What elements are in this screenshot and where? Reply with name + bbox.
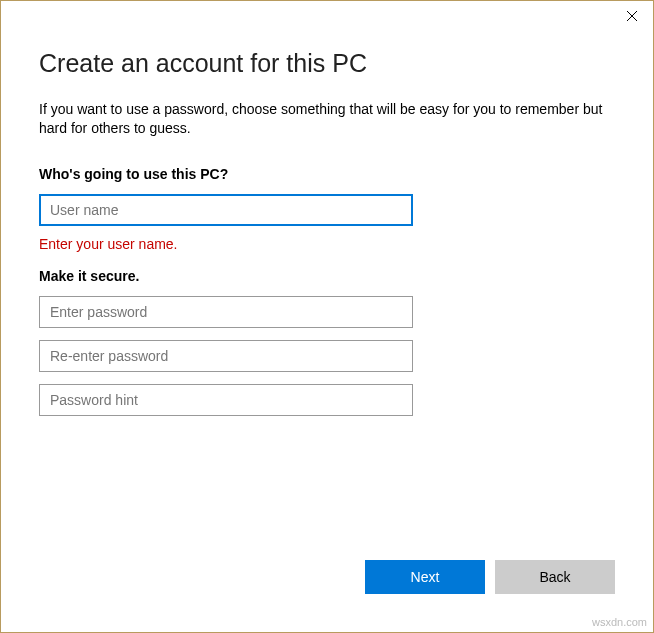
- password-input[interactable]: [39, 296, 413, 328]
- footer: Next Back: [1, 560, 653, 632]
- reenter-password-input[interactable]: [39, 340, 413, 372]
- next-button[interactable]: Next: [365, 560, 485, 594]
- user-section-label: Who's going to use this PC?: [39, 166, 615, 182]
- username-input[interactable]: [39, 194, 413, 226]
- password-hint-input[interactable]: [39, 384, 413, 416]
- secure-section-label: Make it secure.: [39, 268, 615, 284]
- username-error: Enter your user name.: [39, 236, 615, 252]
- close-icon[interactable]: [623, 7, 641, 25]
- create-account-window: Create an account for this PC If you wan…: [0, 0, 654, 633]
- page-description: If you want to use a password, choose so…: [39, 100, 615, 138]
- secure-fields: [39, 296, 615, 416]
- titlebar: [1, 1, 653, 31]
- content-area: Create an account for this PC If you wan…: [1, 31, 653, 560]
- back-button[interactable]: Back: [495, 560, 615, 594]
- page-title: Create an account for this PC: [39, 49, 615, 78]
